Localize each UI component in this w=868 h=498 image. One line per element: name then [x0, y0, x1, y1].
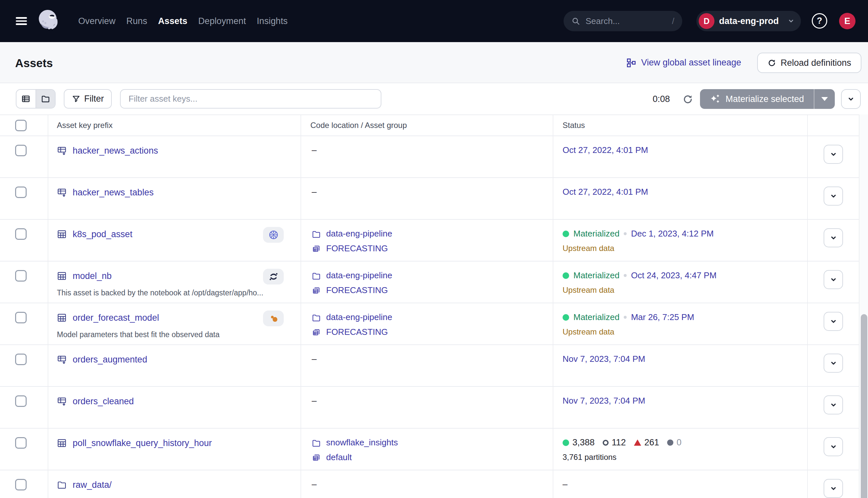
empty-value-dash: –	[312, 187, 317, 197]
reload-definitions-button[interactable]: Reload definitions	[757, 53, 862, 73]
asset-link[interactable]: poll_snowflake_query_history_hour	[73, 438, 212, 448]
asset-description: This asset is backed by the notebook at …	[57, 288, 287, 297]
nav-item-runs[interactable]: Runs	[126, 16, 147, 26]
timestamp-link[interactable]: Dec 1, 2023, 4:12 PM	[631, 228, 713, 239]
asset-group-link[interactable]: FORECASTING	[326, 244, 388, 253]
asset-link[interactable]: hacker_news_actions	[73, 146, 158, 156]
table-row: hacker_news_tables–Oct 27, 2022, 4:01 PM	[0, 178, 859, 220]
row-select-cell	[0, 470, 48, 498]
timestamp-link[interactable]: Oct 24, 2023, 4:47 PM	[631, 271, 717, 280]
asset-link[interactable]: orders_augmented	[73, 355, 147, 365]
nav-item-assets[interactable]: Assets	[158, 16, 187, 26]
filter-button[interactable]: Filter	[64, 89, 112, 108]
chevron-down-icon	[787, 17, 795, 25]
toolbar-collapse-button[interactable]	[841, 89, 861, 109]
asset-name-line: hacker_news_tables	[57, 183, 301, 202]
asset-link[interactable]: order_forecast_model	[73, 313, 159, 323]
scrollbar-thumb[interactable]	[861, 314, 867, 498]
upstream-data-label: Upstream data	[563, 325, 807, 339]
row-expand-button[interactable]	[824, 354, 843, 373]
timestamp-link[interactable]: Oct 27, 2022, 4:01 PM	[563, 187, 648, 197]
code-location-link[interactable]: data-eng-pipeline	[326, 228, 392, 239]
row-checkbox[interactable]	[15, 145, 27, 156]
k8s-icon-badge	[263, 227, 284, 243]
asset-group-link[interactable]: FORECASTING	[326, 285, 388, 296]
timestamp-link[interactable]: Nov 7, 2023, 7:04 PM	[563, 396, 645, 406]
code-location-link[interactable]: data-eng-pipeline	[326, 312, 392, 322]
table-row: hacker_news_actions–Oct 27, 2022, 4:01 P…	[0, 136, 859, 178]
view-global-asset-lineage-link[interactable]: View global asset lineage	[626, 42, 741, 83]
asset-group-line: FORECASTING	[312, 241, 553, 255]
timestamp-link[interactable]: Mar 26, 7:25 PM	[631, 312, 694, 322]
user-avatar[interactable]: E	[839, 13, 855, 29]
hamburger-menu-icon[interactable]	[16, 17, 27, 25]
status-cell: MaterializedMar 26, 7:25 PMUpstream data	[553, 303, 808, 344]
row-checkbox[interactable]	[15, 270, 27, 281]
partition-count-value: 112	[612, 437, 626, 448]
row-expand-button[interactable]	[824, 437, 843, 456]
asset-link[interactable]: model_nb	[73, 271, 112, 281]
row-checkbox[interactable]	[15, 395, 27, 407]
asset-link[interactable]: orders_cleaned	[73, 396, 134, 407]
folder-view-button[interactable]	[36, 90, 55, 108]
row-actions-cell	[808, 345, 859, 386]
asset-group-link[interactable]: default	[326, 452, 352, 462]
row-select-cell	[0, 136, 48, 177]
upstream-data-label: Upstream data	[563, 284, 807, 297]
row-actions-cell	[808, 303, 859, 344]
folder-icon	[312, 229, 321, 238]
deployment-switcher[interactable]: D data-eng-prod	[696, 11, 801, 31]
partition-count: 3,388	[563, 437, 595, 448]
asset-name-line: orders_cleaned	[57, 392, 301, 410]
row-checkbox[interactable]	[15, 228, 27, 240]
row-expand-button[interactable]	[824, 479, 843, 498]
timestamp-link[interactable]: Nov 7, 2023, 7:04 PM	[563, 354, 645, 364]
partition-count-value: 3,388	[572, 437, 595, 448]
nav-item-overview[interactable]: Overview	[78, 16, 116, 26]
asset-link[interactable]: raw_data/	[73, 480, 112, 490]
global-search-input[interactable]: Search... /	[563, 11, 682, 31]
asset-group-link[interactable]: FORECASTING	[326, 327, 388, 337]
row-checkbox[interactable]	[15, 479, 27, 490]
select-all-checkbox[interactable]	[15, 120, 27, 131]
timestamp-link[interactable]: Oct 27, 2022, 4:01 PM	[563, 145, 648, 155]
row-expand-button[interactable]	[824, 145, 843, 164]
asset-link[interactable]: k8s_pod_asset	[73, 229, 133, 239]
row-expand-button[interactable]	[824, 312, 843, 331]
dagster-logo-icon[interactable]	[38, 9, 61, 32]
row-expand-button[interactable]	[824, 186, 843, 206]
asset-key-cell: hacker_news_actions	[48, 136, 301, 177]
code-location-cell: data-eng-pipelineFORECASTING	[301, 262, 553, 303]
row-select-cell	[0, 345, 48, 386]
table-row: orders_cleaned–Nov 7, 2023, 7:04 PM	[0, 387, 859, 429]
row-checkbox[interactable]	[15, 437, 27, 449]
search-shortcut-hint: /	[672, 16, 675, 26]
nav-item-deployment[interactable]: Deployment	[198, 16, 246, 26]
row-checkbox[interactable]	[15, 312, 27, 323]
help-icon[interactable]: ?	[812, 13, 827, 29]
row-expand-button[interactable]	[824, 270, 843, 289]
materialized-dot-icon	[563, 231, 569, 237]
partition-count-value: 0	[677, 437, 682, 448]
chevron-down-icon	[829, 275, 838, 284]
asset-key-cell: order_forecast_modelModel parameters tha…	[48, 303, 301, 344]
status-line: Nov 7, 2023, 7:04 PM	[563, 394, 807, 408]
row-expand-button[interactable]	[824, 228, 843, 247]
code-location-link[interactable]: snowflake_insights	[326, 437, 398, 448]
row-expand-button[interactable]	[824, 395, 843, 415]
code-location-cell: –	[301, 470, 553, 498]
column-header-actions	[808, 115, 859, 135]
materialize-options-dropdown[interactable]	[814, 89, 835, 109]
deployment-badge: D	[699, 13, 715, 29]
row-checkbox[interactable]	[15, 186, 27, 198]
list-view-button[interactable]	[16, 90, 36, 108]
refresh-icon[interactable]	[682, 94, 693, 105]
code-location-link[interactable]: data-eng-pipeline	[326, 271, 392, 280]
materialize-selected-button[interactable]: Materialize selected	[700, 89, 814, 109]
asset-link[interactable]: hacker_news_tables	[73, 187, 153, 198]
row-checkbox[interactable]	[15, 354, 27, 365]
code-location-line: data-eng-pipeline	[312, 310, 553, 324]
nav-item-insights[interactable]: Insights	[257, 16, 288, 26]
asset-table-body: hacker_news_actions–Oct 27, 2022, 4:01 P…	[0, 136, 859, 498]
filter-asset-keys-input[interactable]	[120, 89, 382, 108]
